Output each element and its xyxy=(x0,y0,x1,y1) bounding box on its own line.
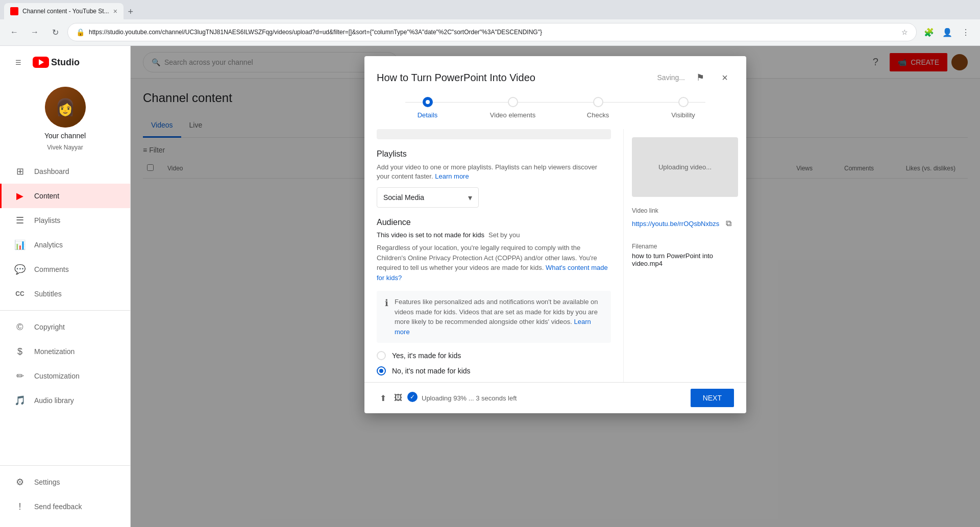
step-visibility-label: Visibility xyxy=(671,111,695,119)
step-details[interactable]: Details xyxy=(385,97,470,119)
step-visibility-circle xyxy=(678,97,689,107)
sidebar-item-copyright[interactable]: © Copyright xyxy=(0,315,130,339)
radio-yes-label: Yes, it's made for kids xyxy=(392,352,461,360)
studio-text: Studio xyxy=(51,57,80,68)
sidebar: ☰ Studio 👩 Your channel Vivek Nayyar ⊞ D… xyxy=(0,46,131,527)
sidebar-item-subtitles[interactable]: CC Subtitles xyxy=(0,282,130,306)
forward-button[interactable]: → xyxy=(27,24,43,40)
radio-yes-option[interactable]: Yes, it's made for kids xyxy=(377,351,611,360)
back-button[interactable]: ← xyxy=(6,24,22,40)
thumbnail-placeholder xyxy=(377,129,611,139)
lock-icon: 🔒 xyxy=(76,28,85,36)
playlists-learn-more-link[interactable]: Learn more xyxy=(435,172,469,180)
sidebar-item-analytics[interactable]: 📊 Analytics xyxy=(0,233,130,257)
playlists-title: Playlists xyxy=(377,149,611,159)
playlist-selected-value: Social Media xyxy=(383,193,424,202)
sidebar-bottom: ⚙ Settings ! Send feedback xyxy=(0,470,130,527)
sidebar-item-send-feedback[interactable]: ! Send feedback xyxy=(0,494,130,519)
audience-section: Audience This video is set to not made f… xyxy=(377,218,611,382)
copyright-icon: © xyxy=(14,321,26,333)
profile-button[interactable]: 👤 xyxy=(939,24,955,40)
sidebar-item-label: Analytics xyxy=(34,241,63,249)
step-video-elements[interactable]: Video elements xyxy=(470,97,555,119)
upload-progress-text: Uploading 93% ... 3 seconds left xyxy=(422,394,517,402)
filename-value: how to turn PowerPoint into video.mp4 xyxy=(632,252,738,267)
comments-icon: 💬 xyxy=(14,263,26,275)
step-visibility[interactable]: Visibility xyxy=(641,97,726,119)
tab-title: Channel content - YouTube St... xyxy=(22,8,109,15)
step-checks[interactable]: Checks xyxy=(555,97,641,119)
subtitles-icon: CC xyxy=(14,288,26,300)
audience-title: Audience xyxy=(377,218,611,227)
sidebar-item-settings[interactable]: ⚙ Settings xyxy=(0,470,130,494)
browser-toolbar: ← → ↻ 🔒 https://studio.youtube.com/chann… xyxy=(0,19,980,45)
info-box-text: Features like personalized ads and notif… xyxy=(395,297,603,337)
upload-image-button[interactable]: 🖼 xyxy=(392,392,404,404)
video-preview-box: Uploading video... xyxy=(632,137,738,197)
info-icon: ℹ xyxy=(385,297,388,337)
address-bar[interactable]: 🔒 https://studio.youtube.com/channel/UC3… xyxy=(67,23,917,41)
sidebar-item-customization[interactable]: ✏ Customization xyxy=(0,364,130,388)
browser-right-icons: 🧩 👤 ⋮ xyxy=(921,24,974,40)
sidebar-nav: ⊞ Dashboard ▶ Content ☰ Playlists 📊 Anal… xyxy=(0,159,130,461)
filename-section: Filename how to turn PowerPoint into vid… xyxy=(632,239,738,267)
step-video-elements-label: Video elements xyxy=(490,111,535,119)
not-for-kids-label: This video is set to not made for kids xyxy=(377,231,484,239)
sidebar-item-label: Send feedback xyxy=(34,503,82,511)
sidebar-item-label: Comments xyxy=(34,265,69,273)
video-link-row: https://youtu.be/rrOQsbNxbzs ⧉ xyxy=(632,216,738,231)
step-details-circle xyxy=(423,97,433,107)
analytics-icon: 📊 xyxy=(14,239,26,251)
sidebar-item-playlists[interactable]: ☰ Playlists xyxy=(0,208,130,233)
sidebar-item-audio-library[interactable]: 🎵 Audio library xyxy=(0,388,130,413)
extensions-button[interactable]: 🧩 xyxy=(921,24,937,40)
modal-header: How to Turn PowerPoint Into Video Saving… xyxy=(364,56,746,87)
dropdown-arrow-icon: ▾ xyxy=(468,193,472,203)
channel-name: Your channel xyxy=(44,132,86,140)
sidebar-item-content[interactable]: ▶ Content xyxy=(0,184,130,208)
more-menu-button[interactable]: ⋮ xyxy=(958,24,974,40)
tab-close-button[interactable]: × xyxy=(113,7,117,15)
channel-info: 👩 Your channel Vivek Nayyar xyxy=(0,79,130,159)
refresh-button[interactable]: ↻ xyxy=(47,24,63,40)
playlists-icon: ☰ xyxy=(14,214,26,227)
sidebar-item-dashboard[interactable]: ⊞ Dashboard xyxy=(0,159,130,184)
tab-favicon xyxy=(10,7,18,15)
upload-icons: ⬆ 🖼 ✓ xyxy=(377,392,418,404)
upload-file-button[interactable]: ⬆ xyxy=(377,392,389,404)
sidebar-item-label: Dashboard xyxy=(34,167,69,175)
thumbnail-section xyxy=(377,129,611,139)
sidebar-item-monetization[interactable]: $ Monetization xyxy=(0,339,130,364)
modal-saving-status: Saving... xyxy=(657,73,685,82)
sidebar-item-comments[interactable]: 💬 Comments xyxy=(0,257,130,282)
next-button[interactable]: NEXT xyxy=(691,389,734,407)
feedback-icon: ! xyxy=(14,500,26,513)
active-tab[interactable]: Channel content - YouTube St... × xyxy=(4,3,124,19)
hamburger-menu[interactable]: ☰ xyxy=(8,52,29,72)
new-tab-button[interactable]: + xyxy=(124,5,138,19)
play-icon xyxy=(39,59,44,65)
step-checks-label: Checks xyxy=(587,111,609,119)
playlists-description: Add your video to one or more playlists.… xyxy=(377,163,611,181)
audio-library-icon: 🎵 xyxy=(14,394,26,407)
modal-right-panel: Uploading video... Video link https://yo… xyxy=(624,129,746,382)
studio-layout: ☰ Studio 👩 Your channel Vivek Nayyar ⊞ D… xyxy=(0,46,980,527)
sidebar-divider xyxy=(0,310,130,311)
channel-avatar[interactable]: 👩 xyxy=(45,87,86,128)
radio-no-option[interactable]: No, it's not made for kids xyxy=(377,366,611,375)
video-link[interactable]: https://youtu.be/rrOQsbNxbzs xyxy=(632,220,719,228)
modal-title: How to Turn PowerPoint Into Video xyxy=(377,72,651,84)
sidebar-item-label: Customization xyxy=(34,372,80,380)
url-text: https://studio.youtube.com/channel/UC3lu… xyxy=(89,29,542,36)
modal-close-button[interactable]: × xyxy=(716,68,734,87)
audience-info-box: ℹ Features like personalized ads and not… xyxy=(377,291,611,343)
modal-left-panel: Playlists Add your video to one or more … xyxy=(364,129,624,382)
tab-bar: Channel content - YouTube St... × + xyxy=(0,0,980,19)
avatar-image: 👩 xyxy=(45,87,86,128)
monetization-icon: $ xyxy=(14,345,26,358)
copy-link-button[interactable]: ⧉ xyxy=(721,216,736,231)
playlist-dropdown[interactable]: Social Media ▾ xyxy=(377,187,479,208)
modal-feedback-button[interactable]: ⚑ xyxy=(691,68,709,87)
star-icon[interactable]: ☆ xyxy=(901,28,908,36)
sidebar-item-label: Monetization xyxy=(34,347,75,356)
